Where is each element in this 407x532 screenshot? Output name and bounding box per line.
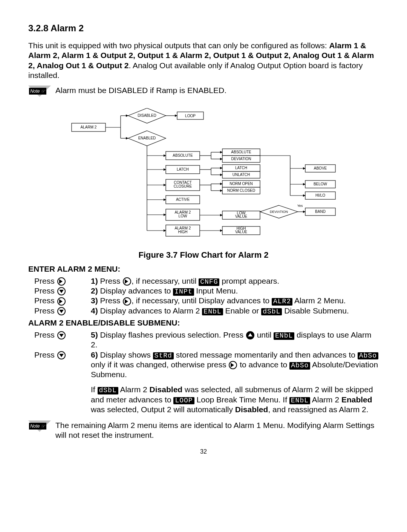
step-4: Press 4) Display advances to Alarm 2 ENb… — [34, 306, 379, 316]
display-code: AbSo — [289, 362, 310, 370]
svg-text:CONTACTCLOSURE: CONTACTCLOSURE — [174, 180, 192, 188]
display-code: ENbL — [274, 332, 294, 340]
display-code: ALR2 — [272, 298, 292, 306]
svg-text:ABOVE: ABOVE — [314, 166, 327, 170]
intro-paragraph: This unit is equipped with two physical … — [28, 41, 379, 80]
svg-text:ABSOLUTE: ABSOLUTE — [173, 153, 193, 157]
display-code: AbSo — [358, 352, 378, 360]
note-2: Note ☞ The remaining Alarm 2 menu items … — [28, 420, 379, 440]
enter-button-icon — [57, 287, 66, 295]
step-6: Press 6) Display shows StRd stored messa… — [34, 350, 379, 380]
display-code: INPt — [173, 288, 194, 296]
note-icon: Note ☞ — [28, 86, 51, 104]
svg-text:ABSOLUTE: ABSOLUTE — [231, 150, 251, 154]
sub-head-enter-menu: ENTER ALARM 2 MENU: — [28, 264, 379, 274]
page-number: 32 — [28, 448, 379, 456]
display-code: ENbL — [289, 397, 310, 405]
svg-text:DEVIATION: DEVIATION — [270, 210, 288, 214]
note-2-text: The remaining Alarm 2 menu items are ide… — [55, 420, 379, 440]
svg-text:ENABLED: ENABLED — [138, 136, 156, 140]
step-1: Press 1) Press , if necessary, until CNF… — [34, 276, 379, 286]
step-5: Press 5) Display flashes previous select… — [34, 330, 379, 350]
menu-button-icon — [229, 361, 237, 369]
svg-text:LATCH: LATCH — [235, 166, 247, 170]
display-code: StRd — [153, 352, 174, 360]
svg-text:HIGHVALUE: HIGHVALUE — [235, 226, 247, 234]
step-3: Press 3) Press , if necessary, until Dis… — [34, 296, 379, 306]
step-2: Press 2) Display advances to INPt Input … — [34, 286, 379, 296]
svg-text:Note ☞: Note ☞ — [30, 89, 46, 94]
svg-text:NORM CLOSED: NORM CLOSED — [227, 188, 255, 193]
menu-button-icon — [123, 277, 131, 286]
note-icon: Note ☞ — [28, 420, 51, 439]
svg-text:LOOP: LOOP — [185, 114, 196, 118]
display-code: ENbL — [202, 308, 223, 316]
up-button-icon — [246, 331, 254, 339]
svg-text:DISABLED: DISABLED — [138, 113, 156, 118]
svg-text:UNLATCH: UNLATCH — [233, 173, 250, 177]
note-1: Note ☞ Alarm must be DISABLED if Ramp is… — [28, 86, 379, 104]
svg-text:ALARM 2: ALARM 2 — [81, 125, 97, 129]
conditional-paragraph: If dSbL Alarm 2 Disabled was selected, a… — [34, 385, 379, 414]
svg-text:ACTIVE: ACTIVE — [176, 197, 190, 202]
menu-button-icon — [123, 297, 131, 306]
note-1-text: Alarm must be DISABLED if Ramp is ENABLE… — [55, 86, 226, 95]
display-code: CNFG — [199, 278, 219, 286]
menu-button-icon — [57, 297, 66, 306]
flow-chart-diagram: ALARM 2 DISABLED ENABLED LOOP ABSOLUTE L… — [60, 108, 347, 244]
svg-text:DEVIATION: DEVIATION — [231, 157, 251, 161]
svg-text:BELOW: BELOW — [314, 182, 327, 186]
display-code: dSbL — [98, 387, 118, 394]
display-code: dSbL — [261, 308, 282, 316]
svg-text:HI/LO: HI/LO — [315, 193, 325, 197]
svg-text:BAND: BAND — [315, 209, 326, 214]
enter-button-icon — [57, 351, 66, 359]
figure-caption: Figure 3.7 Flow Chart for Alarm 2 — [28, 250, 379, 260]
sub-head-enable-disable: ALARM 2 ENABLE/DISABLE SUBMENU: — [28, 318, 379, 328]
svg-text:LATCH: LATCH — [177, 167, 189, 171]
section-heading: 3.2.8 Alarm 2 — [28, 23, 379, 34]
enter-button-icon — [57, 307, 66, 315]
svg-text:Note ☞: Note ☞ — [30, 423, 46, 429]
display-code: LOOP — [173, 397, 194, 405]
svg-text:Yes: Yes — [297, 204, 303, 208]
menu-button-icon — [57, 277, 66, 286]
enter-button-icon — [57, 331, 66, 339]
svg-text:NORM OPEN: NORM OPEN — [230, 182, 253, 186]
